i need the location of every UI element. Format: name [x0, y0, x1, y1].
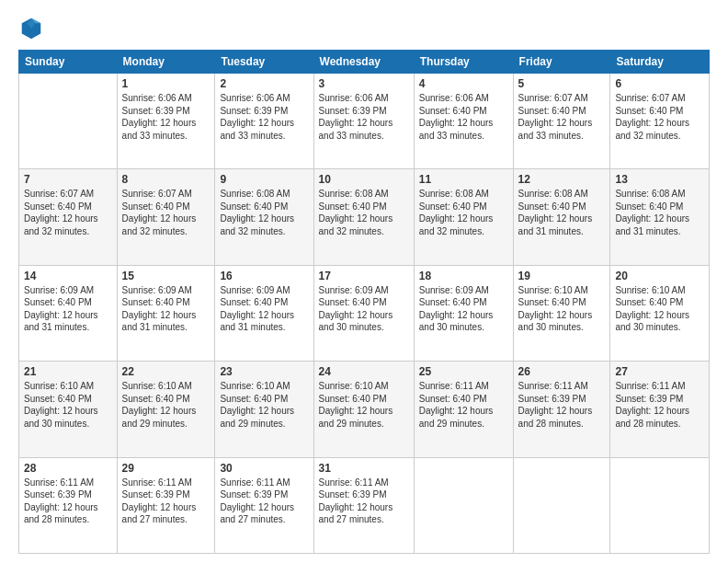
- day-number: 27: [615, 365, 704, 378]
- calendar-cell: 29Sunrise: 6:11 AM Sunset: 6:39 PM Dayli…: [117, 457, 215, 553]
- calendar-week-row: 28Sunrise: 6:11 AM Sunset: 6:39 PM Dayli…: [19, 457, 710, 553]
- calendar-cell: 21Sunrise: 6:10 AM Sunset: 6:40 PM Dayli…: [19, 362, 118, 457]
- calendar-cell: 1Sunrise: 6:06 AM Sunset: 6:39 PM Daylig…: [117, 74, 215, 169]
- calendar-cell: 14Sunrise: 6:09 AM Sunset: 6:40 PM Dayli…: [19, 265, 118, 361]
- day-info: Sunrise: 6:10 AM Sunset: 6:40 PM Dayligh…: [24, 380, 112, 430]
- day-info: Sunrise: 6:11 AM Sunset: 6:39 PM Dayligh…: [122, 477, 210, 526]
- day-info: Sunrise: 6:09 AM Sunset: 6:40 PM Dayligh…: [319, 284, 409, 334]
- day-info: Sunrise: 6:10 AM Sunset: 6:40 PM Dayligh…: [518, 284, 606, 334]
- calendar-cell: [19, 74, 118, 169]
- day-info: Sunrise: 6:07 AM Sunset: 6:40 PM Dayligh…: [122, 188, 210, 237]
- day-number: 29: [122, 462, 210, 475]
- calendar-cell: 26Sunrise: 6:11 AM Sunset: 6:39 PM Dayli…: [513, 362, 610, 457]
- day-number: 12: [518, 173, 606, 186]
- calendar-cell: 19Sunrise: 6:10 AM Sunset: 6:40 PM Dayli…: [513, 265, 610, 361]
- calendar-cell: 25Sunrise: 6:11 AM Sunset: 6:40 PM Dayli…: [414, 362, 513, 457]
- day-number: 9: [220, 173, 308, 186]
- day-info: Sunrise: 6:06 AM Sunset: 6:39 PM Dayligh…: [122, 92, 210, 142]
- day-number: 17: [319, 270, 409, 282]
- day-info: Sunrise: 6:09 AM Sunset: 6:40 PM Dayligh…: [24, 284, 112, 334]
- calendar-cell: 23Sunrise: 6:10 AM Sunset: 6:40 PM Dayli…: [215, 362, 313, 457]
- day-number: 25: [419, 365, 508, 378]
- day-number: 19: [518, 270, 606, 282]
- weekday-header-tuesday: Tuesday: [215, 51, 313, 74]
- calendar-cell: 6Sunrise: 6:07 AM Sunset: 6:40 PM Daylig…: [610, 74, 710, 169]
- day-number: 5: [518, 77, 606, 90]
- day-info: Sunrise: 6:08 AM Sunset: 6:40 PM Dayligh…: [518, 188, 606, 237]
- day-info: Sunrise: 6:11 AM Sunset: 6:39 PM Dayligh…: [220, 477, 308, 526]
- calendar-cell: 17Sunrise: 6:09 AM Sunset: 6:40 PM Dayli…: [313, 265, 414, 361]
- day-info: Sunrise: 6:07 AM Sunset: 6:40 PM Dayligh…: [518, 92, 606, 142]
- calendar-cell: [610, 457, 710, 553]
- day-info: Sunrise: 6:08 AM Sunset: 6:40 PM Dayligh…: [220, 188, 308, 237]
- day-info: Sunrise: 6:10 AM Sunset: 6:40 PM Dayligh…: [220, 380, 308, 430]
- day-number: 22: [122, 365, 210, 378]
- calendar-week-row: 1Sunrise: 6:06 AM Sunset: 6:39 PM Daylig…: [19, 74, 710, 169]
- calendar-cell: 8Sunrise: 6:07 AM Sunset: 6:40 PM Daylig…: [117, 169, 215, 265]
- calendar-cell: 20Sunrise: 6:10 AM Sunset: 6:40 PM Dayli…: [610, 265, 710, 361]
- day-info: Sunrise: 6:08 AM Sunset: 6:40 PM Dayligh…: [419, 188, 508, 237]
- calendar-cell: 28Sunrise: 6:11 AM Sunset: 6:39 PM Dayli…: [19, 457, 118, 553]
- calendar-cell: 27Sunrise: 6:11 AM Sunset: 6:39 PM Dayli…: [610, 362, 710, 457]
- weekday-header-friday: Friday: [513, 51, 610, 74]
- page: SundayMondayTuesdayWednesdayThursdayFrid…: [0, 0, 728, 563]
- calendar-cell: 16Sunrise: 6:09 AM Sunset: 6:40 PM Dayli…: [215, 265, 313, 361]
- day-info: Sunrise: 6:06 AM Sunset: 6:39 PM Dayligh…: [319, 92, 409, 142]
- day-number: 7: [24, 173, 112, 186]
- day-number: 28: [24, 462, 112, 475]
- day-number: 16: [220, 270, 308, 282]
- day-number: 2: [220, 77, 308, 90]
- calendar-header-row: SundayMondayTuesdayWednesdayThursdayFrid…: [19, 51, 710, 74]
- calendar-cell: 2Sunrise: 6:06 AM Sunset: 6:39 PM Daylig…: [215, 74, 313, 169]
- weekday-header-saturday: Saturday: [610, 51, 710, 74]
- calendar-week-row: 7Sunrise: 6:07 AM Sunset: 6:40 PM Daylig…: [19, 169, 710, 265]
- day-info: Sunrise: 6:11 AM Sunset: 6:39 PM Dayligh…: [615, 380, 704, 430]
- calendar-week-row: 14Sunrise: 6:09 AM Sunset: 6:40 PM Dayli…: [19, 265, 710, 361]
- day-number: 13: [615, 173, 704, 186]
- day-number: 18: [419, 270, 508, 282]
- calendar-cell: 11Sunrise: 6:08 AM Sunset: 6:40 PM Dayli…: [414, 169, 513, 265]
- logo-icon: [18, 15, 44, 40]
- day-info: Sunrise: 6:06 AM Sunset: 6:39 PM Dayligh…: [220, 92, 308, 142]
- weekday-header-thursday: Thursday: [414, 51, 513, 74]
- day-info: Sunrise: 6:09 AM Sunset: 6:40 PM Dayligh…: [122, 284, 210, 334]
- calendar-cell: 12Sunrise: 6:08 AM Sunset: 6:40 PM Dayli…: [513, 169, 610, 265]
- day-info: Sunrise: 6:09 AM Sunset: 6:40 PM Dayligh…: [419, 284, 508, 334]
- calendar-cell: 22Sunrise: 6:10 AM Sunset: 6:40 PM Dayli…: [117, 362, 215, 457]
- day-number: 15: [122, 270, 210, 282]
- day-info: Sunrise: 6:07 AM Sunset: 6:40 PM Dayligh…: [615, 92, 704, 142]
- weekday-header-wednesday: Wednesday: [313, 51, 414, 74]
- calendar-cell: 7Sunrise: 6:07 AM Sunset: 6:40 PM Daylig…: [19, 169, 118, 265]
- day-number: 10: [319, 173, 409, 186]
- calendar-cell: 18Sunrise: 6:09 AM Sunset: 6:40 PM Dayli…: [414, 265, 513, 361]
- logo: [18, 15, 46, 40]
- day-number: 24: [319, 365, 409, 378]
- day-info: Sunrise: 6:10 AM Sunset: 6:40 PM Dayligh…: [122, 380, 210, 430]
- calendar-week-row: 21Sunrise: 6:10 AM Sunset: 6:40 PM Dayli…: [19, 362, 710, 457]
- day-number: 3: [319, 77, 409, 90]
- calendar-table: SundayMondayTuesdayWednesdayThursdayFrid…: [18, 50, 710, 554]
- weekday-header-sunday: Sunday: [19, 51, 118, 74]
- day-number: 4: [419, 77, 508, 90]
- day-number: 23: [220, 365, 308, 378]
- calendar-cell: 5Sunrise: 6:07 AM Sunset: 6:40 PM Daylig…: [513, 74, 610, 169]
- day-info: Sunrise: 6:07 AM Sunset: 6:40 PM Dayligh…: [24, 188, 112, 237]
- calendar-cell: 30Sunrise: 6:11 AM Sunset: 6:39 PM Dayli…: [215, 457, 313, 553]
- calendar-cell: 13Sunrise: 6:08 AM Sunset: 6:40 PM Dayli…: [610, 169, 710, 265]
- day-info: Sunrise: 6:11 AM Sunset: 6:39 PM Dayligh…: [518, 380, 606, 430]
- day-number: 1: [122, 77, 210, 90]
- day-number: 30: [220, 462, 308, 475]
- calendar-cell: 10Sunrise: 6:08 AM Sunset: 6:40 PM Dayli…: [313, 169, 414, 265]
- day-info: Sunrise: 6:11 AM Sunset: 6:39 PM Dayligh…: [319, 477, 409, 526]
- day-number: 14: [24, 270, 112, 282]
- calendar-cell: 3Sunrise: 6:06 AM Sunset: 6:39 PM Daylig…: [313, 74, 414, 169]
- day-number: 26: [518, 365, 606, 378]
- day-number: 21: [24, 365, 112, 378]
- day-info: Sunrise: 6:09 AM Sunset: 6:40 PM Dayligh…: [220, 284, 308, 334]
- calendar-cell: [414, 457, 513, 553]
- weekday-header-monday: Monday: [117, 51, 215, 74]
- calendar-cell: 31Sunrise: 6:11 AM Sunset: 6:39 PM Dayli…: [313, 457, 414, 553]
- calendar-cell: 4Sunrise: 6:06 AM Sunset: 6:40 PM Daylig…: [414, 74, 513, 169]
- header: [18, 15, 710, 40]
- day-number: 20: [615, 270, 704, 282]
